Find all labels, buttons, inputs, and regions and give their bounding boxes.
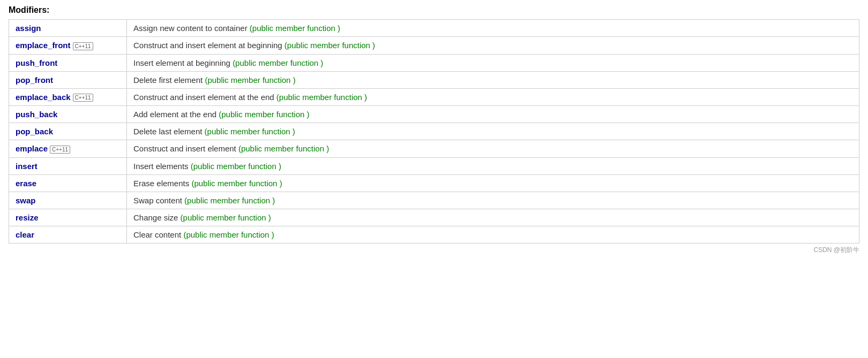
table-row: resizeChange size (public member functio… <box>9 209 859 226</box>
func-desc-green: (public member function ) <box>191 179 282 188</box>
func-desc-cell: Change size (public member function ) <box>127 209 859 226</box>
func-desc-green: (public member function ) <box>285 41 375 50</box>
func-desc-green: (public member function ) <box>233 58 323 67</box>
func-name-text: emplace <box>16 144 48 153</box>
table-row: pop_backDelete last element (public memb… <box>9 123 859 140</box>
func-desc-plain: Construct and insert element <box>133 144 238 153</box>
func-name-text: push_front <box>16 58 57 67</box>
func-desc-cell: Construct and insert element at the end … <box>127 88 859 106</box>
func-desc-cell: Delete first element (public member func… <box>127 71 859 88</box>
func-desc-plain: Insert element at beginning <box>133 58 233 67</box>
watermark: CSDN @初阶牛 <box>9 246 859 255</box>
func-name-text: insert <box>16 162 38 171</box>
func-name-cell[interactable]: emplaceC++11 <box>9 140 127 158</box>
func-desc-plain: Clear content <box>133 230 183 239</box>
modifiers-title: Modifiers: <box>9 5 859 15</box>
func-name-text: erase <box>16 179 36 188</box>
func-desc-green: (public member function ) <box>205 75 295 85</box>
func-desc-green: (public member function ) <box>184 196 275 205</box>
func-name-cell[interactable]: pop_front <box>9 71 127 88</box>
func-name-cell[interactable]: clear <box>9 226 127 243</box>
func-desc-cell: Swap content (public member function ) <box>127 192 859 209</box>
table-row: emplaceC++11Construct and insert element… <box>9 140 859 158</box>
func-desc-cell: Construct and insert element at beginnin… <box>127 37 859 55</box>
func-name-text: emplace_front <box>16 41 71 50</box>
table-row: push_backAdd element at the end (public … <box>9 106 859 123</box>
table-row: push_frontInsert element at beginning (p… <box>9 54 859 71</box>
func-desc-plain: Construct and insert element at the end <box>133 93 276 102</box>
func-desc-green: (public member function ) <box>238 144 329 153</box>
func-desc-plain: Insert elements <box>133 162 191 171</box>
table-row: eraseErase elements (public member funct… <box>9 174 859 192</box>
func-desc-plain: Swap content <box>133 196 184 205</box>
table-row: swapSwap content (public member function… <box>9 192 859 209</box>
table-row: emplace_backC++11Construct and insert el… <box>9 88 859 106</box>
func-desc-plain: Delete first element <box>133 75 205 85</box>
func-name-cell[interactable]: swap <box>9 192 127 209</box>
func-desc-green: (public member function ) <box>191 162 281 171</box>
func-name-text: swap <box>16 196 36 205</box>
func-name-cell[interactable]: emplace_frontC++11 <box>9 37 127 55</box>
func-name-text: emplace_back <box>16 93 71 102</box>
func-desc-green: (public member function ) <box>205 127 295 136</box>
func-desc-plain: Construct and insert element at beginnin… <box>133 41 285 50</box>
func-desc-cell: Delete last element (public member funct… <box>127 123 859 140</box>
func-desc-plain: Erase elements <box>133 179 191 188</box>
func-desc-plain: Assign new content to container <box>133 24 250 33</box>
func-name-cell[interactable]: push_front <box>9 54 127 71</box>
cpp11-badge: C++11 <box>73 94 93 102</box>
func-desc-cell: Clear content (public member function ) <box>127 226 859 243</box>
func-name-cell[interactable]: erase <box>9 174 127 192</box>
table-row: emplace_frontC++11Construct and insert e… <box>9 37 859 55</box>
func-desc-cell: Assign new content to container (public … <box>127 20 859 37</box>
func-name-text: resize <box>16 213 39 222</box>
func-desc-green: (public member function ) <box>183 230 274 239</box>
func-name-cell[interactable]: resize <box>9 209 127 226</box>
func-name-text: pop_front <box>16 75 53 85</box>
func-desc-cell: Insert element at beginning (public memb… <box>127 54 859 71</box>
func-name-cell[interactable]: push_back <box>9 106 127 123</box>
func-desc-cell: Insert elements (public member function … <box>127 157 859 174</box>
func-desc-cell: Add element at the end (public member fu… <box>127 106 859 123</box>
func-desc-green: (public member function ) <box>276 93 367 102</box>
func-desc-plain: Change size <box>133 213 181 222</box>
func-desc-plain: Add element at the end <box>133 110 219 119</box>
table-row: pop_frontDelete first element (public me… <box>9 71 859 88</box>
func-name-text: clear <box>16 230 34 239</box>
func-desc-cell: Erase elements (public member function ) <box>127 174 859 192</box>
func-name-text: pop_back <box>16 127 53 136</box>
table-row: insertInsert elements (public member fun… <box>9 157 859 174</box>
func-desc-cell: Construct and insert element (public mem… <box>127 140 859 158</box>
func-name-cell[interactable]: insert <box>9 157 127 174</box>
cpp11-badge: C++11 <box>50 146 70 154</box>
func-name-cell[interactable]: pop_back <box>9 123 127 140</box>
func-name-cell[interactable]: assign <box>9 20 127 37</box>
func-desc-green: (public member function ) <box>181 213 271 222</box>
func-desc-green: (public member function ) <box>219 110 309 119</box>
cpp11-badge: C++11 <box>73 42 93 50</box>
table-row: clearClear content (public member functi… <box>9 226 859 243</box>
modifiers-table: assignAssign new content to container (p… <box>9 19 859 243</box>
func-name-text: push_back <box>16 110 57 119</box>
func-name-text: assign <box>16 24 41 33</box>
func-desc-plain: Delete last element <box>133 127 205 136</box>
func-name-cell[interactable]: emplace_backC++11 <box>9 88 127 106</box>
func-desc-green: (public member function ) <box>250 24 340 33</box>
table-row: assignAssign new content to container (p… <box>9 20 859 37</box>
